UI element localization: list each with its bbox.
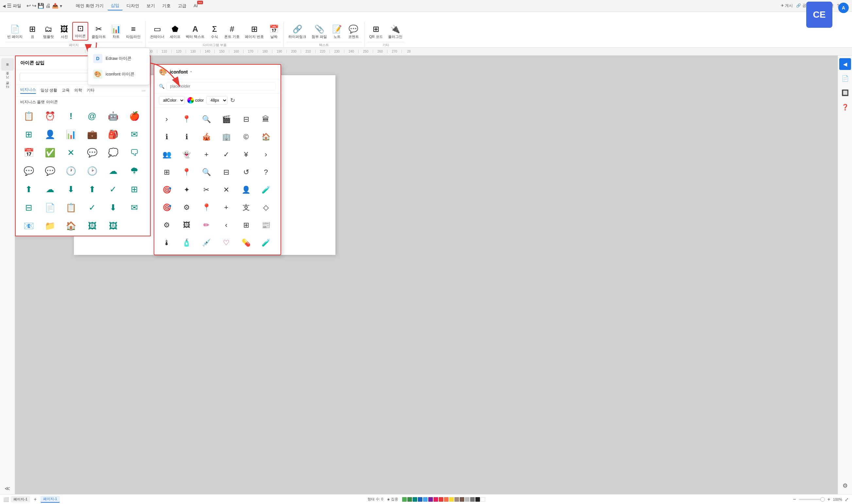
icon-cell[interactable]: 💭 — [105, 144, 122, 161]
icon-cell[interactable]: ⊟ — [20, 199, 37, 216]
color-swatch-white[interactable] — [481, 497, 485, 502]
if-icon-cell[interactable]: 💊 — [238, 235, 254, 251]
color-swatch-gray1[interactable] — [465, 497, 469, 502]
right-panel-page-btn[interactable]: 📄 — [839, 73, 851, 84]
icon-cell[interactable]: ⬇ — [63, 181, 79, 198]
if-icon-cell[interactable]: ℹ — [179, 129, 195, 145]
icon-cell[interactable]: ⬇ — [105, 199, 122, 216]
if-icon-cell[interactable]: 📍 — [179, 111, 195, 127]
menu-ai[interactable]: AIhot — [190, 2, 201, 10]
color-swatch-green2[interactable] — [407, 497, 412, 502]
if-icon-cell[interactable]: 🏠 — [258, 129, 274, 145]
ribbon-item-container[interactable]: ▭ 컨테이너 — [148, 23, 166, 40]
right-panel-grid-btn[interactable]: 🔲 — [839, 87, 851, 99]
if-icon-cell[interactable]: ⊞ — [238, 217, 254, 233]
ribbon-item-photo[interactable]: 🖼 사진 — [58, 23, 71, 40]
right-panel-help-btn[interactable]: ❓ — [839, 101, 851, 113]
icon-cell[interactable]: 🕑 — [84, 162, 101, 179]
icon-cell[interactable]: ⊞ — [20, 126, 37, 143]
file-menu-btn[interactable]: 파일 — [13, 3, 21, 9]
if-icon-cell[interactable]: 🧴 — [179, 235, 195, 251]
if-icon-cell[interactable]: ‹ — [218, 217, 234, 233]
menu-advanced[interactable]: 고급 — [175, 2, 190, 10]
cat-tab-more-btn[interactable]: ··· — [142, 88, 145, 93]
page-view-btn[interactable]: ⬜ — [3, 497, 9, 502]
color-swatch-orange[interactable] — [444, 497, 448, 502]
if-icon-cell[interactable]: ℹ — [159, 129, 175, 145]
if-icon-cell[interactable]: ⚙ — [179, 200, 195, 215]
icon-cell[interactable]: 🎒 — [105, 126, 122, 143]
zoom-in-btn[interactable]: + — [828, 497, 830, 502]
color-swatch-purple[interactable] — [428, 497, 433, 502]
if-icon-cell[interactable]: ? — [258, 164, 274, 180]
if-icon-cell[interactable]: 📍 — [198, 200, 214, 215]
if-icon-cell[interactable]: 💉 — [198, 235, 214, 251]
icon-cell[interactable]: 🖼 — [84, 217, 101, 234]
fit-screen-btn[interactable]: ⤢ — [845, 497, 849, 502]
ribbon-item-font-symbol[interactable]: # 폰트 기호 — [222, 23, 242, 40]
if-icon-cell[interactable]: ⊟ — [218, 164, 234, 180]
hamburger-btn[interactable]: ☰ — [7, 3, 12, 9]
zoom-thumb[interactable] — [820, 497, 825, 502]
color-swatch-red[interactable] — [439, 497, 443, 502]
icon-cell[interactable]: ✉ — [126, 126, 143, 143]
menu-view[interactable]: 보기 — [143, 2, 158, 10]
page-tab-1[interactable]: 페이지-1 — [11, 496, 30, 502]
iconfont-color-filter[interactable]: allColor — [159, 96, 185, 105]
if-icon-cell[interactable]: 🏛 — [258, 111, 274, 127]
icon-cell[interactable]: 👤 — [41, 126, 58, 143]
if-icon-cell[interactable]: ✏ — [198, 217, 214, 233]
export-btn[interactable]: 📤 — [52, 3, 58, 9]
icon-cell[interactable]: 🕐 — [63, 162, 79, 179]
ribbon-item-comment[interactable]: 💬 코멘트 — [345, 23, 361, 40]
icon-cell[interactable]: ✅ — [41, 144, 58, 161]
ribbon-item-formula[interactable]: Σ 수식 — [208, 23, 221, 40]
ribbon-item-blank-page[interactable]: 📄 빈 페이지 — [5, 23, 24, 40]
icon-cell[interactable]: ⬆ — [84, 181, 101, 198]
if-icon-cell[interactable]: 🌡 — [159, 235, 175, 251]
print-btn[interactable]: 🖨 — [46, 3, 51, 9]
icon-cell[interactable]: ☁ — [41, 181, 58, 198]
undo-btn[interactable]: ↩ — [26, 3, 31, 9]
icon-cell[interactable]: 💼 — [84, 126, 101, 143]
menu-symbol[interactable]: 기호 — [159, 2, 174, 10]
cat-tab-business[interactable]: 비지니스 — [20, 87, 36, 94]
if-icon-cell[interactable]: © — [238, 129, 254, 145]
if-icon-cell[interactable]: ⊟ — [238, 111, 254, 127]
icon-cell[interactable]: ✉ — [126, 199, 143, 216]
icon-cell[interactable]: 📅 — [20, 144, 37, 161]
if-icon-cell[interactable]: › — [159, 111, 175, 127]
cat-tab-medical[interactable]: 의학 — [74, 88, 82, 93]
icon-cell[interactable]: 📋 — [20, 108, 37, 125]
color-swatch-blue1[interactable] — [418, 497, 422, 502]
if-icon-cell[interactable]: ✓ — [218, 147, 234, 162]
cat-tab-education[interactable]: 교육 — [62, 88, 70, 93]
icon-cell[interactable]: ! — [63, 108, 79, 125]
sidebar-collapse-btn[interactable]: ≪ — [4, 485, 10, 491]
ribbon-item-clipart[interactable]: ✂ 클립아트 — [90, 23, 108, 40]
add-page-btn[interactable]: + — [32, 496, 39, 503]
ribbon-item-attach[interactable]: 📎 첨부 파일 — [309, 23, 329, 40]
ribbon-item-page-number[interactable]: ⊞ 페이지 번호 — [243, 23, 266, 40]
ribbon-item-note[interactable]: 📝 노트 — [330, 23, 344, 40]
ribbon-item-shape[interactable]: ⬟ 셰이프 — [168, 23, 182, 40]
color-swatch-brown1[interactable] — [455, 497, 459, 502]
color-swatch-green1[interactable] — [402, 497, 407, 502]
ribbon-item-chart[interactable]: 📊 차트 — [109, 23, 123, 40]
icon-cell[interactable]: ⏰ — [41, 108, 58, 125]
icon-cell[interactable]: 📋 — [63, 199, 79, 216]
ribbon-item-icon[interactable]: ⊡ 아이콘 — [72, 22, 88, 40]
if-icon-cell[interactable]: 🧪 — [258, 235, 274, 251]
icon-cell[interactable]: ✓ — [84, 199, 101, 216]
color-swatch-blue2[interactable] — [423, 497, 428, 502]
icon-cell[interactable]: ☁ — [105, 162, 122, 179]
if-icon-cell[interactable]: 👥 — [159, 147, 175, 162]
icon-cell[interactable]: 🌩 — [126, 162, 143, 179]
ribbon-item-qr[interactable]: ⊞ QR 코드 — [367, 23, 385, 40]
if-icon-cell[interactable]: 📍 — [179, 164, 195, 180]
if-icon-cell[interactable]: 📰 — [258, 217, 274, 233]
color-swatch-yellow[interactable] — [449, 497, 454, 502]
iconfont-refresh-btn[interactable]: ↻ — [230, 97, 235, 104]
if-icon-cell[interactable]: ♡ — [218, 235, 234, 251]
color-swatch-pink[interactable] — [433, 497, 438, 502]
